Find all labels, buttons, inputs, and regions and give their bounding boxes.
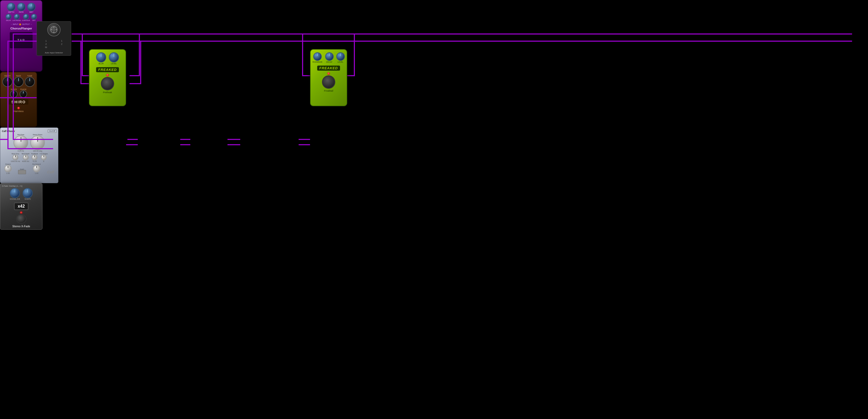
calf-invert-switch[interactable]: [18, 170, 26, 174]
shiro-brand: SHIRO: [9, 99, 28, 104]
calf-moddepth-knob[interactable]: [23, 154, 29, 160]
cf-contour-label: CONTOUR: [22, 20, 30, 21]
calf-logo: Calf: [47, 170, 54, 174]
calf-phaser-pedal: Calf Phaser On/Off Mod Rate 0.25 Hz Ster…: [0, 127, 58, 183]
shiro-pedal: DEPTH RATE TONE SHAPE PHASE SHIRO Harmle…: [0, 72, 37, 127]
cf-delay-knob[interactable]: [6, 14, 11, 20]
auto-input-icon: [47, 23, 61, 36]
froaktail-level-knob[interactable]: [336, 52, 345, 61]
cf-lrphase-knob[interactable]: [14, 14, 20, 20]
froaktail-decay-label: DECAY: [326, 61, 333, 63]
calf-stereo-phase-knob[interactable]: [30, 136, 45, 150]
cf-contour-knob[interactable]: [23, 14, 29, 20]
auto-input-label: Auto Input Selector: [45, 52, 63, 54]
calf-basefreq-knob[interactable]: [12, 154, 18, 160]
calf-phaser-title: Calf Phaser: [2, 130, 15, 132]
prefreak-level-knob[interactable]: [109, 52, 119, 62]
calf-phaser-onoff[interactable]: On/Off: [48, 129, 57, 133]
froaktail-roomsize-knob[interactable]: [313, 52, 322, 61]
shiro-phase-knob[interactable]: [20, 90, 27, 98]
prefreak-stomp[interactable]: [101, 77, 114, 90]
calf-stages-knob[interactable]: [41, 154, 47, 160]
froaktail-pedal: ROOMSIZE DECAY LEVEL FREAKED Froaktail: [310, 49, 347, 106]
cf-rate-label: RATE: [19, 11, 24, 13]
prefreak-name: Prefreak: [103, 91, 112, 94]
froaktail-led: [328, 72, 330, 74]
stereo-xfade-name: Stereo X-Fade: [12, 225, 30, 228]
shiro-shape-knob[interactable]: [10, 90, 18, 98]
cf-name: Chorus/Flanger: [10, 27, 32, 30]
calf-stereo-phase-value: 180.00 deg: [33, 150, 42, 152]
prefreak-brand: FREAKED: [96, 67, 119, 72]
calf-dryamount-knob[interactable]: [33, 165, 40, 172]
shiro-shape-label: SHAPE: [11, 88, 17, 90]
shiro-tone-label: TONE: [27, 75, 32, 77]
calf-amount-knob[interactable]: [4, 165, 12, 172]
cf-dry-knob[interactable]: [31, 14, 37, 20]
froaktail-name: Froaktail: [324, 89, 333, 92]
calf-basefreq-value: 1000.00 Hz: [11, 160, 20, 162]
prefreak-pedal: BLUR LEVEL FREAKED Prefreak: [89, 49, 126, 106]
calf-amount-value: 1.00: [6, 172, 10, 174]
cf-wet-knob[interactable]: [27, 3, 36, 11]
auto-input-ports: 11 22 M: [38, 39, 69, 49]
cf-rate-knob[interactable]: [17, 3, 26, 11]
cf-io-row: → INPUT OUTPUT →: [10, 23, 32, 25]
stereo-xfade-shape-label: SHAPE: [24, 198, 31, 200]
shiro-rate-label: RATE: [16, 75, 21, 77]
cf-led: [20, 24, 21, 25]
stereo-xfade-pedal: X-Fade: Overlay [-1...+1] SIGNAL A/B SHA…: [0, 183, 42, 230]
froaktail-level-label: LEVEL: [338, 61, 343, 63]
shiro-depth-label: DEPTH: [4, 75, 11, 77]
shiro-rate-knob[interactable]: [13, 77, 24, 87]
cf-delay-label: DELAY: [6, 20, 11, 21]
calf-dryamount-value: 1.00: [35, 172, 38, 174]
shiro-led: [18, 107, 20, 109]
froaktail-brand: FREAKED: [317, 66, 340, 71]
shiro-tone-knob[interactable]: [25, 77, 35, 87]
calf-feedback-knob[interactable]: [32, 154, 37, 160]
prefreak-level-knob-wrap: LEVEL: [109, 52, 119, 64]
calf-stages-value: 8: [43, 160, 44, 162]
cf-tap-button[interactable]: TAP: [9, 32, 33, 49]
froaktail-decay-knob[interactable]: [325, 52, 334, 61]
prefreak-blur-knob-wrap: BLUR: [96, 52, 106, 64]
calf-feedback-value: *0.25: [32, 160, 37, 162]
cf-output-label: OUTPUT →: [22, 23, 32, 25]
prefreak-level-label: LEVEL: [111, 63, 117, 64]
stereo-xfade-stomp[interactable]: [16, 214, 27, 224]
svg-point-1: [52, 28, 56, 31]
stereo-xfade-signal-label: SIGNAL A/B: [10, 198, 20, 200]
cf-input-label: → INPUT: [10, 23, 18, 25]
cf-wet-label: WET: [29, 11, 33, 13]
cf-lrphase-label: L/R PHASE: [12, 20, 21, 21]
prefreak-blur-label: BLUR: [99, 63, 104, 64]
stereo-xfade-led: [20, 212, 22, 213]
froaktail-stomp[interactable]: [322, 76, 335, 89]
chorus-flanger-pedal: DEPTH RATE WET DELAY L/R PHASE CONTOUR D…: [0, 0, 42, 72]
calf-moddepth-value: 4000.0ct: [22, 160, 29, 162]
shiro-name: Harmless: [13, 110, 24, 113]
prefreak-led: [106, 74, 108, 76]
stereo-xfade-title: X-Fade: Overlay [-1...+1]: [2, 185, 22, 187]
calf-mod-rate-knob[interactable]: [13, 136, 28, 150]
cf-dry-label: DRY: [32, 20, 36, 21]
calf-mod-rate-value: 0.25 Hz: [18, 150, 24, 152]
stereo-xfade-signal-knob[interactable]: [10, 188, 20, 198]
shiro-phase-label: PHASE: [20, 88, 27, 90]
auto-input-selector[interactable]: 11 22 M Auto Input Selector: [37, 21, 71, 56]
cf-depth-label: DEPTH: [8, 11, 14, 13]
froaktail-roomsize-label: ROOMSIZE: [312, 61, 322, 63]
stereo-xfade-counter: x42: [14, 203, 29, 210]
prefreak-blur-knob[interactable]: [96, 52, 106, 62]
stereo-xfade-shape-knob[interactable]: [23, 188, 33, 198]
shiro-depth-knob[interactable]: [2, 77, 12, 87]
cf-depth-knob[interactable]: [7, 3, 16, 11]
